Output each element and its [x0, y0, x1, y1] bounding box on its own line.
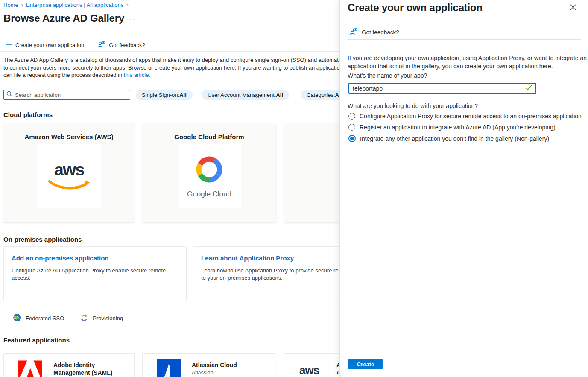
breadcrumb-enterprise-apps-link[interactable]: Enterprise applications | All applicatio…	[26, 2, 123, 8]
cloud-platforms-heading: Cloud platforms	[3, 111, 53, 118]
featured-card-atlassian[interactable]: Atlassian Cloud Atlassian	[142, 353, 276, 377]
panel-divider	[348, 39, 581, 40]
plus-icon	[6, 41, 12, 49]
featured-applications-heading: Featured applications	[3, 336, 70, 344]
breadcrumb: Home › Enterprise applications | All app…	[3, 2, 129, 8]
add-on-premises-application-card[interactable]: Add an on-premises application Configure…	[3, 246, 187, 301]
app-name-value: teleportapp	[353, 85, 383, 92]
cloud-card-title: Google Cloud Platform	[142, 133, 276, 140]
got-feedback-button[interactable]: Got feedback?	[97, 41, 145, 50]
radio-option-non-gallery[interactable]: Integrate any other application you don'…	[348, 135, 549, 142]
search-placeholder: Search application	[15, 92, 61, 98]
radio-option-label: Register an application to integrate wit…	[360, 124, 556, 131]
azure-portal-page: Home › Enterprise applications | All app…	[0, 0, 588, 377]
google-cloud-logo: Google Cloud	[178, 144, 241, 208]
feedback-button-label: Got feedback?	[362, 29, 399, 35]
add-on-premises-link[interactable]: Add an on-premises application	[12, 254, 178, 262]
capability-legend: Federated SSO Provisioning	[13, 313, 123, 323]
create-your-own-application-button[interactable]: Create your own application	[6, 41, 84, 49]
feedback-person-icon	[349, 27, 358, 37]
this-article-link[interactable]: this article.	[124, 72, 150, 78]
app-name-input[interactable]: teleportapp	[348, 83, 536, 94]
breadcrumb-chevron-icon: ›	[21, 2, 23, 8]
page-title-overflow-menu[interactable]: …	[129, 15, 135, 21]
radio-button-icon	[348, 113, 355, 120]
feedback-person-icon	[97, 41, 105, 50]
aws-logo: aws	[38, 144, 101, 208]
featured-app-title: Adobe Identity Management (SAML)	[53, 361, 112, 377]
featured-card-adobe[interactable]: Adobe Identity Management (SAML)	[3, 353, 135, 377]
provisioning-label: Provisioning	[93, 315, 123, 321]
create-button[interactable]: Create	[348, 359, 383, 369]
panel-description: If you are developing your own applicati…	[348, 54, 587, 70]
breadcrumb-chevron-icon: ›	[126, 2, 128, 8]
radio-option-register-application[interactable]: Register an application to integrate wit…	[348, 124, 556, 131]
app-name-question: What's the name of your app?	[348, 72, 427, 79]
radio-option-application-proxy[interactable]: Configure Application Proxy for secure r…	[348, 113, 582, 120]
panel-got-feedback-button[interactable]: Got feedback?	[349, 27, 399, 37]
cloud-card-title: Amazon Web Services (AWS)	[3, 133, 135, 140]
breadcrumb-home-link[interactable]: Home	[3, 2, 18, 8]
filter-pill-single-sign-on[interactable]: Single Sign-on : All	[136, 90, 193, 100]
radio-button-icon	[348, 124, 355, 131]
provisioning-icon	[80, 314, 88, 323]
radio-option-label: Integrate any other application you don'…	[360, 135, 549, 142]
adobe-logo	[18, 360, 42, 377]
create-your-own-application-panel: Create your own application Got feedback…	[339, 0, 588, 377]
radio-button-icon	[348, 135, 356, 142]
gallery-intro-text: The Azure AD App Gallery is a catalog of…	[3, 56, 345, 79]
radio-option-label: Configure Application Proxy for secure r…	[360, 113, 582, 120]
search-application-input[interactable]: Search application	[3, 90, 130, 100]
panel-title: Create your own application	[348, 2, 483, 14]
create-button-label: Create your own application	[15, 42, 84, 48]
search-icon	[6, 91, 12, 99]
command-bar: Create your own application Got feedback…	[6, 40, 145, 50]
app-purpose-question: What are you looking to do with your app…	[348, 102, 478, 109]
cloud-card-google-cloud[interactable]: Google Cloud Platform Google Cloud	[142, 124, 276, 222]
aws-logo: aws	[299, 365, 326, 377]
filter-pill-user-account-management[interactable]: User Account Management : All	[202, 90, 289, 100]
federated-sso-label: Federated SSO	[26, 315, 64, 321]
toolbar-divider	[91, 41, 91, 48]
featured-app-publisher: Atlassian	[192, 370, 237, 376]
atlassian-logo	[157, 359, 181, 377]
panel-footer-divider	[340, 351, 588, 351]
page-title: Browse Azure AD Gallery	[3, 12, 124, 24]
on-premises-heading: On-premises applications	[3, 236, 82, 243]
cloud-card-aws[interactable]: Amazon Web Services (AWS) aws	[3, 124, 135, 222]
federated-sso-icon	[13, 313, 21, 323]
close-icon[interactable]	[569, 3, 577, 11]
feedback-button-label: Got feedback?	[109, 42, 145, 48]
featured-app-title: Atlassian Cloud	[192, 361, 237, 369]
valid-check-icon	[526, 85, 532, 92]
text-caret	[383, 85, 383, 92]
